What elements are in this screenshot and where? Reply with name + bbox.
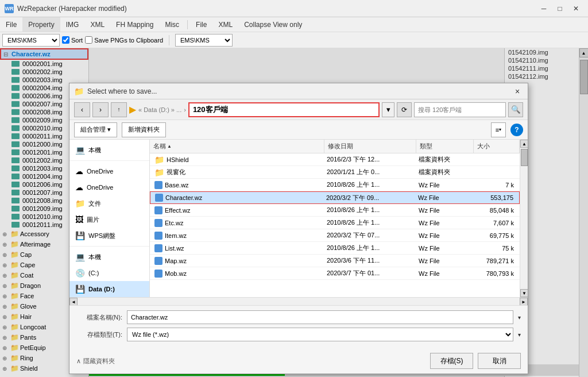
col-header-size[interactable]: 大小: [474, 140, 520, 153]
nav-icon: 🖼: [75, 215, 83, 224]
organize-label: 組合管理 ▾: [80, 125, 111, 134]
menu-file[interactable]: File: [0, 17, 22, 32]
dialog-path-dropdown[interactable]: ▾: [382, 102, 394, 117]
col-header-type[interactable]: 類型: [416, 140, 474, 153]
nav-item[interactable]: 🖼圖片: [69, 211, 149, 228]
dialog-refresh-button[interactable]: ⟳: [397, 102, 412, 117]
file-row[interactable]: Mob.wz2020/3/7 下午 01...Wz File780,793 k: [150, 267, 520, 280]
file-row[interactable]: 📁視窗化2020/1/21 上午 0...檔案資料夾: [150, 166, 520, 179]
dialog-action-bar: 組合管理 ▾ 新增資料夾 ≡ ▾ ?: [69, 120, 528, 140]
menu-xml[interactable]: XML: [84, 17, 110, 32]
file-name-cell: Map.wz: [151, 257, 323, 265]
title-bar-left: WR WzRepacker (Harepacker modified): [5, 4, 127, 13]
save-button[interactable]: 存檔(S): [430, 353, 473, 369]
file-scrollbar-up[interactable]: ▲: [520, 140, 528, 148]
dialog-search-button[interactable]: 🔍: [508, 102, 523, 117]
filename-input[interactable]: [127, 310, 513, 324]
nav-item[interactable]: 💿(C:): [69, 265, 149, 281]
file-type-cell: Wz File: [415, 245, 473, 252]
nav-item[interactable]: 💻本機: [69, 142, 149, 158]
maximize-button[interactable]: □: [552, 3, 567, 14]
toolbar-left: EMS\KMS Sort Save PNGs to Clipboard: [2, 34, 163, 47]
filetype-select[interactable]: Wz file (*.wz): [127, 328, 513, 341]
dialog-help-button[interactable]: ?: [510, 124, 523, 136]
minimize-button[interactable]: ─: [536, 3, 551, 14]
menu-misc[interactable]: Misc: [159, 17, 185, 32]
nav-item[interactable]: 📁文件: [69, 195, 149, 211]
file-date-cell: 2020/3/6 下午 11...: [323, 256, 415, 265]
close-button[interactable]: ✕: [568, 3, 583, 14]
dialog-organize-button[interactable]: 組合管理 ▾: [74, 122, 117, 137]
dialog-up-button[interactable]: ↑: [111, 102, 127, 117]
file-list-body: 📁HShield2016/2/3 下午 12...檔案資料夾📁視窗化2020/1…: [150, 153, 520, 297]
menu-right-file[interactable]: File: [190, 17, 212, 32]
left-dropdown[interactable]: EMS\KMS: [2, 34, 60, 47]
filename-dropdown-arrow[interactable]: ▾: [518, 314, 521, 321]
left-menu-section: File Property IMG XML FH Mapping Misc: [0, 17, 185, 32]
file-scrollbar-thumb[interactable]: [521, 149, 528, 166]
file-size-cell: 75 k: [473, 245, 519, 252]
file-row[interactable]: List.wz2010/8/26 上午 1...Wz File75 k: [150, 242, 520, 255]
nav-item[interactable]: 💻本機: [69, 249, 149, 265]
h-scroll-right[interactable]: ►: [520, 298, 528, 306]
wz-icon: [154, 270, 163, 278]
nav-icon: ☁: [75, 167, 83, 176]
file-name-cell: 📁HShield: [151, 155, 323, 164]
file-row[interactable]: Base.wz2010/8/26 上午 1...Wz File7 k: [150, 179, 520, 191]
file-name-cell: Effect.wz: [151, 206, 323, 214]
dialog-forward-button[interactable]: ›: [92, 102, 109, 117]
menu-right-xml[interactable]: XML: [212, 17, 238, 32]
h-scroll-left[interactable]: ◄: [69, 298, 78, 306]
filetype-label: 存檔類型(T):: [76, 330, 122, 339]
dialog-search-input[interactable]: [414, 102, 506, 117]
wz-icon: [155, 194, 163, 202]
wz-icon: [154, 244, 163, 252]
filetype-dropdown-arrow[interactable]: ▾: [518, 332, 521, 338]
file-row[interactable]: Character.wz2020/3/2 下午 09...Wz File553,…: [150, 191, 520, 204]
dialog-close-button[interactable]: ×: [512, 86, 523, 97]
menu-property[interactable]: Property: [22, 17, 60, 32]
toolbar-right: EMS\KMS: [175, 34, 233, 47]
h-scroll-track: [78, 298, 520, 305]
file-row[interactable]: Etc.wz2010/8/26 上午 1...Wz File7,607 k: [150, 217, 520, 229]
sort-checkbox[interactable]: Sort: [62, 36, 83, 44]
col-header-date[interactable]: 修改日期: [324, 140, 416, 153]
dialog-content: 💻本機☁OneDrive☁OneDrive📁文件🖼圖片💾WPS網盤💻本機💿(C:…: [69, 140, 528, 297]
col-header-name[interactable]: 名稱: [150, 140, 324, 153]
save-png-checkbox[interactable]: Save PNGs to Clipboard: [85, 36, 163, 44]
file-row[interactable]: Effect.wz2010/8/26 上午 1...Wz File85,048 …: [150, 204, 520, 217]
dialog-footer: ∧ 隱藏資料夾 存檔(S) 取消: [69, 349, 528, 374]
cancel-button[interactable]: 取消: [478, 353, 521, 369]
file-scrollbar-down[interactable]: ▼: [520, 289, 528, 297]
dialog-new-folder-button[interactable]: 新增資料夾: [122, 122, 166, 137]
hide-folders-toggle[interactable]: ∧ 隱藏資料夾: [76, 357, 115, 366]
file-name-cell: Character.wz: [152, 194, 323, 202]
file-date-cell: 2020/3/2 下午 07...: [323, 231, 415, 240]
nav-item[interactable]: 💾Data (D:): [69, 281, 149, 297]
file-row[interactable]: 📁HShield2016/2/3 下午 12...檔案資料夾: [150, 153, 520, 166]
file-name-cell: 📁視窗化: [151, 168, 323, 177]
folder-icon: 📁: [154, 155, 164, 164]
hide-folders-icon: ∧: [76, 357, 81, 365]
file-date-cell: 2010/8/26 上午 1...: [323, 244, 415, 252]
file-row[interactable]: Item.wz2020/3/2 下午 07...Wz File69,775 k: [150, 229, 520, 242]
nav-item[interactable]: 💾WPS網盤: [69, 228, 149, 244]
path-prefix: « Data (D:) » ...: [138, 106, 181, 113]
nav-icon: 📁: [75, 199, 85, 208]
file-row[interactable]: Map.wz2020/3/6 下午 11...Wz File789,271 k: [150, 255, 520, 267]
folder-icon: 📁: [154, 168, 164, 177]
nav-item[interactable]: ☁OneDrive: [69, 163, 149, 179]
file-name-cell: List.wz: [151, 244, 323, 252]
dialog-view-button[interactable]: ≡ ▾: [491, 122, 506, 137]
dialog-path-box[interactable]: 120客戶端: [188, 102, 380, 117]
save-dialog: 📁 Select where to save... × ‹ › ↑ ▶ « Da…: [69, 83, 528, 374]
file-type-cell: Wz File: [415, 220, 473, 226]
dialog-title-left: 📁 Select where to save...: [74, 87, 157, 96]
dialog-back-button[interactable]: ‹: [74, 102, 90, 117]
nav-item[interactable]: ☁OneDrive: [69, 179, 149, 195]
nav-icon: 💾: [75, 284, 85, 294]
dialog-toolbar: ‹ › ↑ ▶ « Data (D:) » ... › 120客戶端 ▾ ⟳ 🔍: [69, 99, 528, 120]
menu-img[interactable]: IMG: [60, 17, 85, 32]
right-dropdown[interactable]: EMS\KMS: [175, 34, 233, 47]
menu-fh-mapping[interactable]: FH Mapping: [110, 17, 159, 32]
